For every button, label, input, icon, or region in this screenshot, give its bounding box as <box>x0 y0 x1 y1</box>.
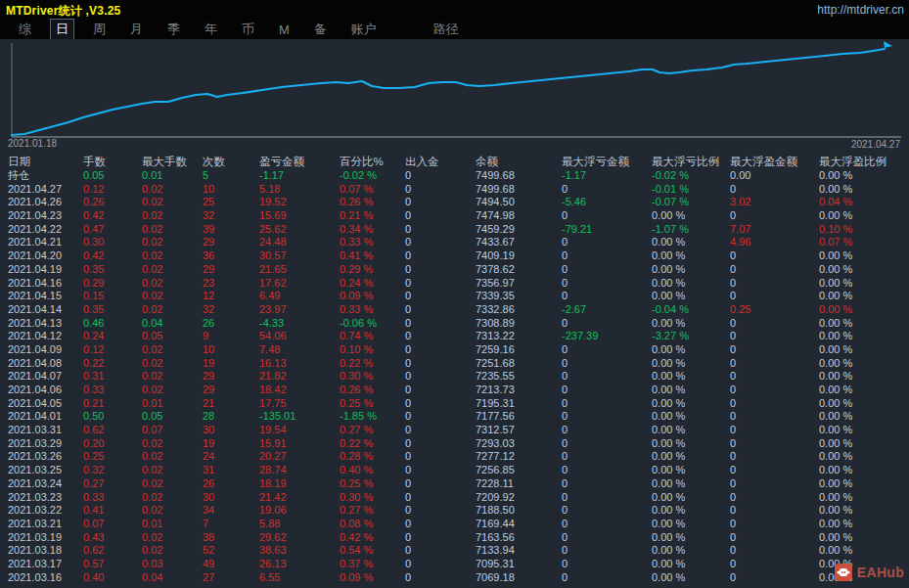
table-cell: 0.02 <box>142 464 203 477</box>
table-row[interactable]: 2021.04.050.210.012117.750.25 %07195.310… <box>0 397 909 411</box>
menu-item-summary[interactable]: 综 <box>13 19 37 40</box>
table-cell: 2021.03.17 <box>8 558 83 571</box>
table-cell: 7378.62 <box>476 263 562 277</box>
table-row[interactable]: 2021.03.310.620.073019.540.27 %07312.570… <box>0 424 909 437</box>
table-cell: 0.31 <box>83 370 142 384</box>
table-row[interactable]: 2021.04.190.350.022921.650.29 %07378.620… <box>0 263 909 277</box>
table-cell: 2021.03.22 <box>8 504 83 518</box>
table-cell: 54.06 <box>259 330 340 343</box>
table-cell: 0.00 % <box>819 277 909 291</box>
table-row[interactable]: 2021.04.270.120.02105.180.07 %07499.680-… <box>0 183 909 197</box>
table-cell: 52 <box>203 544 259 558</box>
table-cell: 0.27 % <box>340 424 405 437</box>
table-cell: 0 <box>730 317 819 331</box>
table-cell: 0.00 % <box>652 209 730 223</box>
table-cell: 0 <box>405 518 476 531</box>
table-cell: 0.02 <box>142 183 203 197</box>
table-cell: 0.02 <box>142 504 203 518</box>
menu-item-year[interactable]: 年 <box>199 19 223 40</box>
table-row[interactable]: 2021.04.260.260.022519.520.26 %07494.50-… <box>0 196 909 209</box>
table-row[interactable]: 2021.03.290.200.021915.910.22 %07293.030… <box>0 437 909 451</box>
table-row[interactable]: 2021.03.230.330.023021.420.30 %07209.920… <box>0 491 909 505</box>
table-row[interactable]: 2021.04.210.300.022924.480.33 %07433.670… <box>0 236 909 249</box>
table-row[interactable]: 2021.04.200.420.023630.570.41 %07409.190… <box>0 249 909 263</box>
column-header: 最大浮亏比例 <box>652 155 730 169</box>
table-row[interactable]: 2021.03.250.320.023128.740.40 %07256.850… <box>0 464 909 477</box>
table-row[interactable]: 2021.04.230.420.023215.690.21 %07474.980… <box>0 209 909 223</box>
table-cell: 2021.03.24 <box>8 477 83 491</box>
menu-item-m[interactable]: M <box>273 21 295 39</box>
table-cell: 23 <box>203 277 259 291</box>
table-cell: 29 <box>203 263 259 277</box>
table-cell: 0.00 % <box>819 249 909 263</box>
table-cell: 7459.29 <box>476 223 562 237</box>
table-row[interactable]: 2021.03.160.400.04276.550.09 %07069.1800… <box>0 571 909 585</box>
table-cell: 7195.31 <box>476 397 562 411</box>
table-row[interactable]: 2021.04.070.310.022921.820.30 %07235.550… <box>0 370 909 384</box>
table-row[interactable]: 2021.04.060.330.022918.420.26 %07213.730… <box>0 384 909 397</box>
table-cell: 29 <box>203 236 259 249</box>
table-row[interactable]: 2021.04.080.220.021916.130.22 %07251.680… <box>0 357 909 371</box>
table-row[interactable]: 2021.03.170.570.034926.130.37 %07095.310… <box>0 558 909 571</box>
table-row[interactable]: 2021.04.090.120.02107.480.10 %07259.1600… <box>0 343 909 357</box>
table-cell: 0.33 <box>83 491 142 505</box>
table-cell: 0.29 % <box>340 263 405 277</box>
table-cell: -0.02 % <box>340 169 405 183</box>
table-cell: 0 <box>562 450 652 464</box>
table-row[interactable]: 2021.03.220.410.023419.060.27 %07188.500… <box>0 504 909 518</box>
table-cell: 10 <box>203 183 259 197</box>
table-cell: 0 <box>730 410 819 424</box>
table-row[interactable]: 2021.04.160.290.022317.620.24 %07356.970… <box>0 277 909 291</box>
app-url-link[interactable]: http://mtdriver.cn <box>817 3 904 17</box>
table-cell: 0 <box>562 343 652 357</box>
table-cell: 0 <box>405 571 476 585</box>
table-cell: 0 <box>562 544 652 558</box>
table-cell: 0.04 <box>142 571 203 585</box>
menu-item-path[interactable]: 路径 <box>428 19 465 40</box>
table-cell: 0.26 % <box>340 196 405 209</box>
table-cell: 0.35 <box>83 263 142 277</box>
table-cell: -0.02 % <box>652 169 730 183</box>
table-cell: 0.00 % <box>819 317 909 331</box>
table-cell: 7251.68 <box>476 357 562 371</box>
table-row[interactable]: 2021.04.150.150.02126.490.09 %07339.3500… <box>0 290 909 303</box>
menu-item-note[interactable]: 备 <box>308 19 333 40</box>
table-cell: 0.00 % <box>652 370 730 384</box>
table-cell: 2021.04.21 <box>8 236 83 249</box>
table-row[interactable]: 2021.03.190.430.023829.620.42 %07163.560… <box>0 531 909 545</box>
menu-item-quarter[interactable]: 季 <box>161 19 186 40</box>
menu-item-month[interactable]: 月 <box>124 19 149 40</box>
table-cell: 0 <box>405 209 476 223</box>
table-cell: 28 <box>203 410 259 424</box>
table-cell: 0.05 <box>142 330 203 343</box>
table-row[interactable]: 持仓0.050.015-1.17-0.02 %07499.68-1.17-0.0… <box>0 169 909 183</box>
table-row[interactable]: 2021.04.220.470.023925.620.34 %07459.29-… <box>0 223 909 237</box>
equity-line <box>12 49 885 135</box>
table-cell: 0.15 <box>83 290 142 303</box>
menu-item-currency[interactable]: 币 <box>236 19 260 40</box>
table-cell: 21.42 <box>259 491 340 505</box>
table-cell: 0 <box>405 169 476 183</box>
table-cell: 7293.03 <box>476 437 562 451</box>
table-row[interactable]: 2021.03.210.070.0175.880.08 %07169.4400.… <box>0 518 909 531</box>
table-row[interactable]: 2021.03.240.270.022618.190.25 %07228.110… <box>0 477 909 491</box>
table-cell: 0.00 % <box>652 477 730 491</box>
menu-item-week[interactable]: 周 <box>87 19 112 40</box>
menu-item-account[interactable]: 账户 <box>345 19 383 40</box>
table-cell: 25 <box>203 196 259 209</box>
table-cell: 19.52 <box>259 196 340 209</box>
table-cell: 7499.68 <box>476 183 562 197</box>
table-row[interactable]: 2021.03.260.250.022420.270.28 %07277.120… <box>0 450 909 464</box>
table-cell: 5.18 <box>259 183 340 197</box>
table-row[interactable]: 2021.04.120.240.05954.060.74 %07313.22-2… <box>0 330 909 343</box>
table-row[interactable]: 2021.04.140.350.023223.970.33 %07332.86-… <box>0 303 909 317</box>
table-cell: 0 <box>562 437 652 451</box>
table-cell: 0 <box>730 571 819 585</box>
table-cell: 0.10 % <box>340 343 405 357</box>
table-row[interactable]: 2021.04.010.500.0528-135.01-1.85 %07177.… <box>0 410 909 424</box>
table-row[interactable]: 2021.03.180.620.025238.630.54 %07133.940… <box>0 544 909 558</box>
table-cell: 0 <box>405 290 476 303</box>
menu-item-day[interactable]: 日 <box>50 19 74 40</box>
table-cell: 0.26 % <box>340 384 405 397</box>
table-row[interactable]: 2021.04.130.460.0426-4.33-0.06 %07308.89… <box>0 317 909 331</box>
